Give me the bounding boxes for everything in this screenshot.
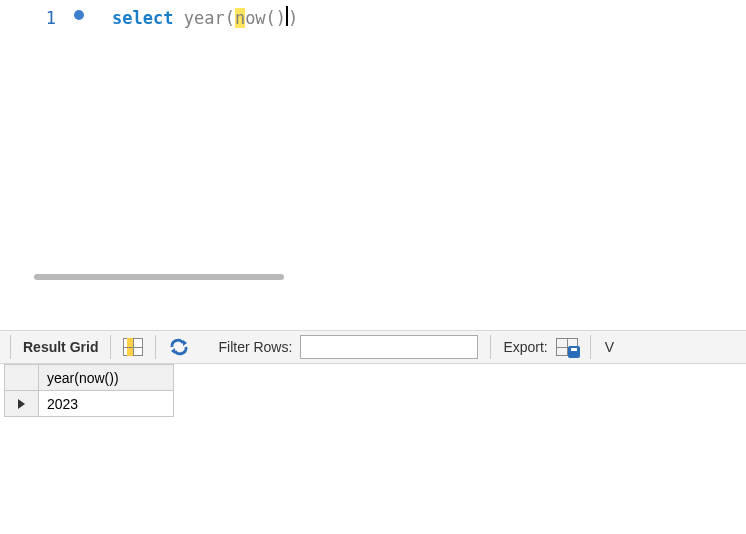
result-grid-label: Result Grid [23, 339, 98, 355]
refresh-icon[interactable] [168, 337, 190, 357]
line-number: 1 [46, 8, 56, 28]
table-row[interactable]: 2023 [5, 391, 174, 417]
sql-keyword: select [112, 8, 173, 28]
sql-function-year: year [184, 8, 225, 28]
svg-marker-1 [171, 348, 175, 354]
filter-rows-input[interactable] [300, 335, 478, 359]
results-toolbar: Result Grid Filter Rows: Export: V [0, 330, 746, 364]
corner-cell [5, 365, 39, 391]
open-paren-2: ( [266, 8, 276, 28]
filter-rows-label: Filter Rows: [218, 339, 292, 355]
separator [110, 335, 111, 359]
line-number-gutter: 1 [0, 8, 64, 28]
export-label: Export: [503, 339, 547, 355]
breakpoint-gutter[interactable] [64, 8, 94, 20]
code-line[interactable]: 1 select year ( n ow ( ) ) [0, 0, 746, 28]
close-paren: ) [288, 8, 298, 28]
current-row-indicator-icon [18, 399, 25, 409]
highlight-column-icon[interactable] [123, 338, 143, 356]
sql-function-now-rest: ow [245, 8, 265, 28]
results-grid[interactable]: year(now()) 2023 [4, 364, 174, 417]
row-handle[interactable] [5, 391, 39, 417]
export-icon[interactable] [556, 338, 578, 356]
breakpoint-dot-icon [74, 10, 84, 20]
column-header[interactable]: year(now()) [39, 365, 174, 391]
separator [490, 335, 491, 359]
separator [10, 335, 11, 359]
cell-value[interactable]: 2023 [39, 391, 174, 417]
cropped-toolbar-item[interactable]: V [605, 339, 614, 355]
horizontal-scrollbar[interactable] [34, 274, 284, 280]
open-paren: ( [225, 8, 235, 28]
splitter-region[interactable] [0, 280, 746, 330]
svg-marker-0 [183, 340, 187, 346]
separator [590, 335, 591, 359]
sql-editor[interactable]: 1 select year ( n ow ( ) ) [0, 0, 746, 280]
code-content[interactable]: select year ( n ow ( ) ) [94, 8, 298, 28]
close-paren-2: ) [276, 8, 286, 28]
sql-function-now-highlight: n [235, 8, 245, 28]
header-row: year(now()) [5, 365, 174, 391]
separator [155, 335, 156, 359]
